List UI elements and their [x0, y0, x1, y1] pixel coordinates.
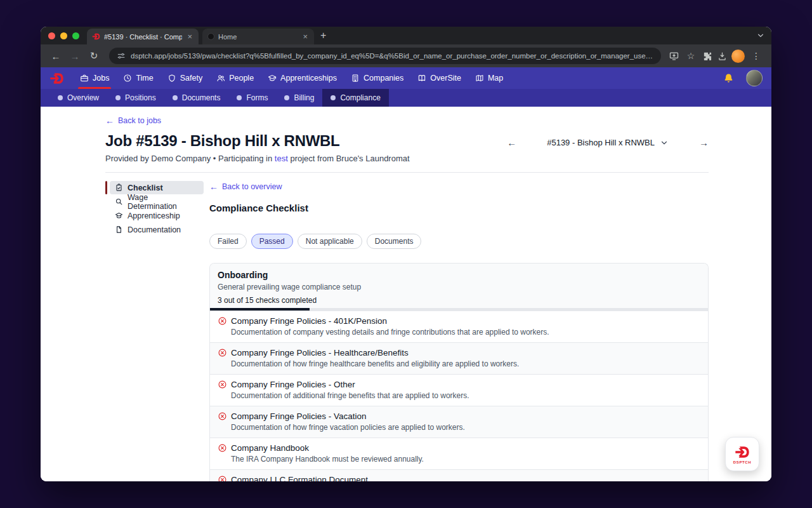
dsptch-floating-widget[interactable]: DSPTCH	[725, 437, 759, 471]
tab-checklist[interactable]: #5139 · Checklist · Compliance ×	[87, 29, 199, 44]
nav-item-oversite[interactable]: OverSite	[412, 67, 467, 89]
failed-x-circle-icon	[218, 380, 227, 389]
bullet-icon	[115, 95, 121, 100]
bullet-icon	[331, 95, 336, 100]
nav-label: Companies	[363, 74, 403, 83]
nav-item-people[interactable]: People	[211, 67, 259, 89]
install-app-icon[interactable]	[669, 51, 679, 62]
subnav-item-documents[interactable]: Documents	[164, 89, 229, 107]
nav-item-map[interactable]: Map	[469, 67, 509, 89]
sidebar-item-wage-determination[interactable]: Wage Determination	[110, 195, 204, 208]
subnav-item-forms[interactable]: Forms	[228, 89, 276, 107]
dsptch-logo[interactable]	[49, 71, 64, 86]
checklist-item[interactable]: Company Fringe Policies - Healthcare/Ben…	[210, 342, 708, 374]
downloads-icon[interactable]	[717, 51, 728, 62]
filter-failed[interactable]: Failed	[209, 234, 247, 249]
failed-x-circle-icon	[218, 348, 227, 358]
filter-documents[interactable]: Documents	[367, 234, 422, 249]
user-avatar[interactable]	[746, 70, 763, 86]
checklist-item[interactable]: Company Fringe Policies - Other Document…	[210, 374, 708, 406]
section-heading: Compliance Checklist	[209, 203, 709, 213]
subnav-item-compliance[interactable]: Compliance	[322, 89, 388, 107]
graduation-cap-icon	[115, 211, 123, 220]
minimize-window-button[interactable]	[60, 32, 67, 39]
subtitle-text: project from Bruce's Laundromat	[288, 154, 410, 163]
clock-icon	[123, 74, 132, 83]
bullet-icon	[237, 95, 242, 100]
subnav-item-overview[interactable]: Overview	[49, 89, 107, 107]
browser-toolbar: ← → ↻ dsptch.app/jobs/5139/pwa/checklist…	[41, 44, 771, 67]
url-text[interactable]: dsptch.app/jobs/5139/pwa/checklist?q%5Bf…	[131, 52, 653, 60]
header-divider	[105, 172, 709, 173]
checklist-item-title: Company Fringe Policies - Healthcare/Ben…	[231, 348, 409, 358]
nav-item-time[interactable]: Time	[117, 67, 159, 89]
browser-menu-icon[interactable]: ⋮	[749, 51, 764, 61]
sidebar-item-label: Wage Determination	[128, 193, 199, 211]
nav-item-jobs[interactable]: Jobs	[74, 67, 115, 89]
dsptch-logo	[734, 444, 750, 460]
tab-strip: #5139 · Checklist · Compliance × Home × …	[41, 27, 771, 44]
nav-item-companies[interactable]: Companies	[345, 67, 409, 89]
checklist-item[interactable]: Company Fringe Policies - 401K/Pension D…	[210, 311, 708, 342]
filter-not-applicable[interactable]: Not applicable	[298, 234, 362, 249]
nav-item-apprenticeships[interactable]: Apprenticeships	[262, 67, 343, 89]
back-to-jobs-link[interactable]: ← Back to jobs	[105, 116, 161, 126]
map-icon	[475, 74, 484, 83]
page-title: Job #5139 - Bishop Hill x RNWBL	[105, 132, 410, 150]
tab-close-icon[interactable]: ×	[301, 32, 309, 41]
back-arrow-icon: ←	[105, 116, 114, 126]
window-controls	[48, 32, 79, 39]
checklist-item-title: Company Fringe Policies - Other	[231, 380, 355, 389]
nav-label: Time	[136, 74, 153, 83]
progress-label: 3 out of 15 checks completed	[218, 296, 700, 305]
graduation-cap-icon	[268, 74, 277, 83]
checklist-item[interactable]: Company LLC Formation Document	[210, 469, 708, 481]
back-link-label: Back to jobs	[118, 116, 161, 125]
previous-job-button[interactable]: ←	[507, 137, 516, 148]
tab-search-chevron-icon[interactable]	[756, 31, 765, 40]
subnav-item-positions[interactable]: Positions	[107, 89, 164, 107]
project-link[interactable]: test	[275, 154, 288, 163]
job-title-block: Job #5139 - Bishop Hill x RNWBL Provided…	[105, 132, 410, 163]
job-selector-dropdown[interactable]: #5139 - Bishop Hill x RNWBL	[547, 138, 669, 147]
extensions-icon[interactable]	[702, 51, 713, 62]
forward-icon[interactable]: →	[67, 48, 82, 64]
back-icon[interactable]: ←	[48, 48, 63, 64]
widget-label: DSPTCH	[733, 460, 751, 464]
shield-icon	[167, 74, 176, 83]
tab-close-icon[interactable]: ×	[186, 32, 193, 41]
bookmark-star-icon[interactable]: ☆	[683, 51, 698, 61]
sidebar-item-apprenticeship[interactable]: Apprenticeship	[110, 209, 204, 222]
tab-home[interactable]: Home ×	[202, 29, 314, 44]
subnav-item-billing[interactable]: Billing	[276, 89, 322, 107]
sidebar-item-documentation[interactable]: Documentation	[110, 223, 204, 236]
new-tab-button[interactable]: +	[314, 30, 332, 41]
sidebar-item-label: Apprenticeship	[128, 211, 180, 220]
card-subtitle: General prevailing wage compliance setup	[218, 283, 700, 291]
nav-item-safety[interactable]: Safety	[162, 67, 208, 89]
browser-profile-avatar[interactable]	[731, 50, 745, 63]
nav-label: OverSite	[430, 74, 461, 83]
card-title: Onboarding	[218, 270, 700, 280]
reload-icon[interactable]: ↻	[86, 48, 102, 64]
address-bar[interactable]: dsptch.app/jobs/5139/pwa/checklist?q%5Bf…	[109, 48, 661, 64]
site-info-icon[interactable]	[117, 51, 126, 60]
filter-passed[interactable]: Passed	[251, 234, 293, 249]
job-selector-label: #5139 - Bishop Hill x RNWBL	[547, 138, 655, 147]
notifications-bell-icon[interactable]	[723, 72, 735, 84]
active-item-indicator	[105, 181, 107, 194]
checklist-item-description: Documentation of how fringe vacation pol…	[231, 423, 700, 432]
checklist-item[interactable]: Company Handbook The IRA Company Handboo…	[210, 438, 708, 469]
checklist-item[interactable]: Company Fringe Policies - Vacation Docum…	[210, 406, 708, 438]
building-icon	[351, 74, 360, 83]
failed-x-circle-icon	[218, 443, 227, 453]
card-header: Onboarding General prevailing wage compl…	[210, 264, 708, 311]
sidebar-item-label: Documentation	[128, 225, 181, 234]
nav-label: Apprenticeships	[280, 74, 337, 83]
next-job-button[interactable]: →	[699, 137, 709, 148]
close-window-button[interactable]	[48, 32, 55, 39]
job-switcher: ← #5139 - Bishop Hill x RNWBL →	[507, 137, 709, 148]
zoom-window-button[interactable]	[72, 32, 79, 39]
failed-x-circle-icon	[218, 475, 227, 481]
back-to-overview-link[interactable]: ← Back to overview	[209, 182, 282, 192]
